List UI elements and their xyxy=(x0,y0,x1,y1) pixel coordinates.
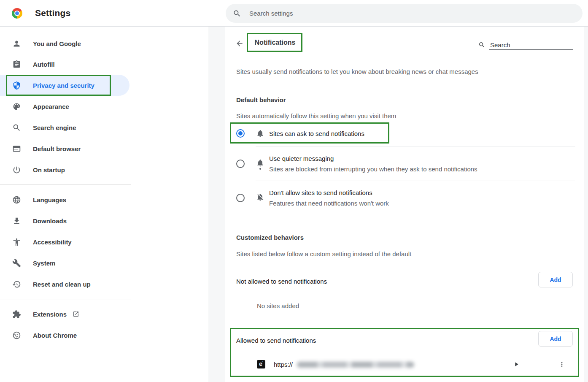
default-behavior-subheading: Sites automatically follow this setting … xyxy=(236,112,396,119)
sidebar-item-label: Reset and clean up xyxy=(33,281,91,288)
sidebar-item-label: On startup xyxy=(33,166,65,173)
sidebar-item-system[interactable]: System xyxy=(0,252,129,274)
search-icon xyxy=(478,41,486,49)
customized-behaviors-heading: Customized behaviors xyxy=(236,234,304,241)
page-search[interactable] xyxy=(478,39,574,51)
sidebar-item-label: Extensions xyxy=(33,311,79,318)
bell-off-icon xyxy=(256,193,264,201)
sidebar-item-languages[interactable]: Languages xyxy=(0,189,129,210)
settings-nav: You and Google Autofill Privacy and secu… xyxy=(0,26,208,382)
radio-dont-allow[interactable] xyxy=(236,194,245,202)
site-favicon-mark: ' xyxy=(262,360,263,364)
quiet-dot xyxy=(259,168,261,170)
nav-divider xyxy=(0,300,131,300)
site-favicon-letter: e xyxy=(259,360,262,367)
sidebar-item-you-and-google[interactable]: You and Google xyxy=(0,33,129,54)
search-icon xyxy=(233,9,241,18)
sidebar-item-appearance[interactable]: Appearance xyxy=(0,96,129,117)
sidebar-item-privacy-and-security[interactable]: Privacy and security xyxy=(0,75,129,96)
sidebar-item-autofill[interactable]: Autofill xyxy=(0,54,129,75)
site-favicon: e' xyxy=(257,360,265,368)
intro-text: Sites usually send notifications to let … xyxy=(236,68,478,75)
sidebar-item-label: You and Google xyxy=(33,40,81,47)
person-icon xyxy=(12,39,21,48)
restore-icon xyxy=(12,280,21,289)
allowed-label: Allowed to send notifications xyxy=(236,337,316,344)
wrench-icon xyxy=(12,259,21,268)
settings-search-input[interactable] xyxy=(248,9,583,17)
sidebar-item-downloads[interactable]: Downloads xyxy=(0,210,129,231)
no-sites-added-text: No sites added xyxy=(257,302,299,309)
option-description: Features that need notifications won't w… xyxy=(269,200,389,207)
page-search-input[interactable] xyxy=(489,41,571,49)
sidebar-item-label: About Chrome xyxy=(33,332,77,339)
radio-sites-can-ask[interactable] xyxy=(236,129,245,138)
option-label[interactable]: Don't allow sites to send notifications xyxy=(269,189,372,196)
settings-search[interactable] xyxy=(226,4,583,23)
more-actions-icon[interactable] xyxy=(558,360,566,368)
accessibility-icon xyxy=(12,238,21,247)
add-allowed-button[interactable]: Add xyxy=(538,331,573,347)
sidebar-item-label: Accessibility xyxy=(33,238,72,246)
puzzle-icon xyxy=(12,310,21,319)
power-icon xyxy=(12,165,21,174)
sidebar-item-label: Autofill xyxy=(33,61,55,68)
browser-icon xyxy=(12,144,21,153)
row-separator xyxy=(535,355,535,374)
app-body: You and Google Autofill Privacy and secu… xyxy=(0,26,588,382)
sidebar-item-label: Search engine xyxy=(33,124,76,131)
default-behavior-heading: Default behavior xyxy=(236,96,286,103)
sidebar-item-label: System xyxy=(33,260,55,267)
content-region: Notifications Sites usually send notific… xyxy=(208,26,588,382)
option-divider xyxy=(256,146,575,146)
download-icon xyxy=(12,217,21,225)
page-title: Notifications xyxy=(247,33,303,52)
site-url-redacted xyxy=(297,362,414,368)
option-divider xyxy=(256,181,575,181)
bell-quiet-icon xyxy=(256,159,264,167)
app-title: Settings xyxy=(35,0,70,26)
search-icon xyxy=(12,123,21,132)
customized-behaviors-subheading: Sites listed below follow a custom setti… xyxy=(236,250,411,257)
palette-icon xyxy=(12,102,21,111)
app-header: Settings xyxy=(0,0,588,27)
sidebar-item-on-startup[interactable]: On startup xyxy=(0,159,129,180)
sidebar-item-reset-and-clean-up[interactable]: Reset and clean up xyxy=(0,274,129,295)
back-arrow-icon[interactable] xyxy=(235,39,244,48)
external-link-icon xyxy=(73,311,79,317)
sidebar-item-label: Privacy and security xyxy=(33,82,94,89)
settings-card: Notifications Sites usually send notific… xyxy=(225,26,584,382)
expand-arrow-icon[interactable] xyxy=(513,361,520,368)
chrome-icon xyxy=(12,331,21,340)
not-allowed-label: Not allowed to send notifications xyxy=(236,278,327,285)
autofill-icon xyxy=(12,60,21,69)
sidebar-item-search-engine[interactable]: Search engine xyxy=(0,117,129,138)
sidebar-item-label: Downloads xyxy=(33,217,67,225)
sidebar-item-about-chrome[interactable]: About Chrome xyxy=(0,325,129,346)
globe-icon xyxy=(12,195,21,204)
chrome-logo-core xyxy=(14,11,20,16)
add-not-allowed-button[interactable]: Add xyxy=(538,272,573,287)
sidebar-item-default-browser[interactable]: Default browser xyxy=(0,138,129,159)
sidebar-item-label: Default browser xyxy=(33,145,81,152)
sidebar-item-accessibility[interactable]: Accessibility xyxy=(0,231,129,252)
shield-icon xyxy=(12,81,21,90)
option-label[interactable]: Use quieter messaging xyxy=(269,155,334,162)
chrome-logo-icon xyxy=(12,8,22,19)
radio-use-quieter-messaging[interactable] xyxy=(236,160,245,168)
sidebar-item-extensions[interactable]: Extensions xyxy=(0,303,129,325)
nav-divider xyxy=(0,184,131,185)
option-label[interactable]: Sites can ask to send notifications xyxy=(269,130,364,137)
bell-icon xyxy=(256,129,264,138)
site-url-prefix: https:// xyxy=(274,361,293,368)
sidebar-item-label: Appearance xyxy=(33,103,69,110)
option-description: Sites are blocked from interrupting you … xyxy=(269,165,477,173)
sidebar-item-label: Languages xyxy=(33,196,66,203)
sidebar-item-text: Extensions xyxy=(33,311,67,318)
page-search-underline xyxy=(489,49,573,50)
